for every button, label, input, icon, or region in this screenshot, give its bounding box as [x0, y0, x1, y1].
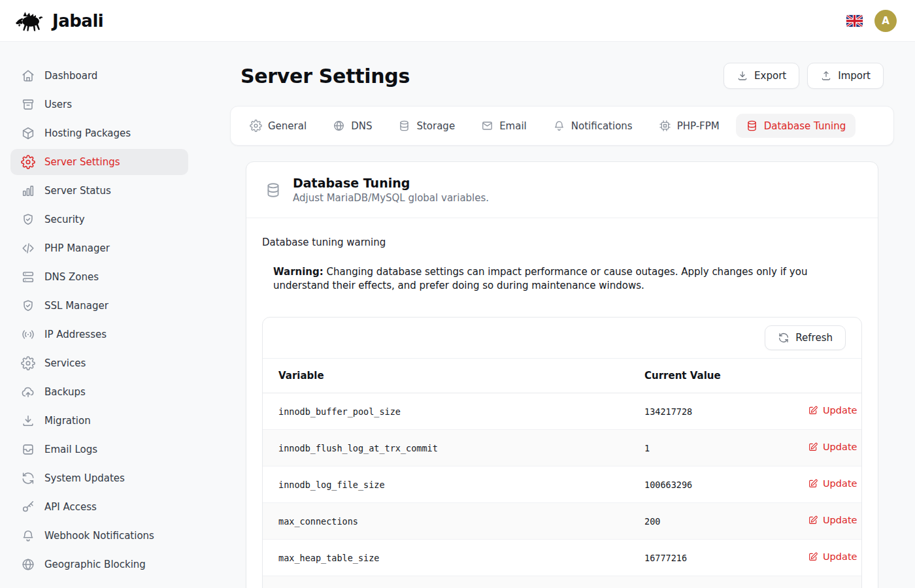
sidebar-item-geographic-blocking[interactable]: Geographic Blocking [10, 551, 188, 578]
sidebar-item-services[interactable]: Services [10, 350, 188, 376]
column-actions [792, 359, 861, 393]
bell-icon [553, 120, 565, 132]
variable-cell: innodb_buffer_pool_size [263, 393, 629, 430]
table-row: innodb_log_file_size 100663296 Update [263, 466, 861, 503]
sidebar: Dashboard Users Hosting Packages Server … [0, 42, 199, 588]
download-icon [737, 70, 748, 82]
sidebar-item-server-settings[interactable]: Server Settings [10, 149, 188, 175]
value-cell: 1 [629, 430, 792, 466]
update-label: Update [823, 551, 857, 562]
warning-label: Database tuning warning [262, 237, 862, 248]
home-icon [21, 69, 35, 83]
panel-body: Database tuning warning Warning: Changin… [246, 218, 878, 588]
envelope-icon [481, 120, 493, 132]
export-button[interactable]: Export [724, 63, 799, 89]
cube-icon [21, 126, 35, 140]
sidebar-item-label: Users [44, 99, 72, 110]
panel-title: Database Tuning [293, 176, 489, 190]
tab-database-tuning[interactable]: Database Tuning [736, 114, 856, 138]
page-actions: Export Import [724, 63, 884, 89]
sidebar-item-migration[interactable]: Migration [10, 408, 188, 434]
action-cell: Update [792, 503, 861, 540]
update-link[interactable]: Update [808, 442, 857, 452]
update-link[interactable]: Update [808, 515, 857, 525]
sidebar-item-webhook-notifications[interactable]: Webhook Notifications [10, 523, 188, 549]
tab-general[interactable]: General [240, 114, 316, 138]
action-cell: Update [792, 540, 861, 576]
boar-logo-icon [16, 9, 46, 33]
value-cell: 16777216 [629, 540, 792, 576]
uk-flag-icon[interactable] [846, 15, 863, 27]
variable-cell: max_heap_table_size [263, 540, 629, 576]
tab-dns[interactable]: DNS [323, 114, 382, 138]
brand-name: Jabali [52, 11, 103, 31]
variable-cell: innodb_log_file_size [263, 466, 629, 503]
tab-notifications[interactable]: Notifications [543, 114, 642, 138]
sidebar-item-ssl-manager[interactable]: SSL Manager [10, 293, 188, 319]
key-icon [21, 500, 35, 514]
refresh-icon [778, 332, 790, 344]
gear-icon [250, 120, 262, 132]
sidebar-item-email-logs[interactable]: Email Logs [10, 436, 188, 463]
tab-label: Storage [416, 120, 455, 132]
update-link[interactable]: Update [808, 405, 857, 416]
sidebar-item-users[interactable]: Users [10, 91, 188, 118]
table-row: tmp_table_size 16777216 Update [263, 576, 861, 588]
update-label: Update [823, 515, 857, 525]
table-row: max_connections 200 Update [263, 503, 861, 540]
sidebar-item-server-status[interactable]: Server Status [10, 178, 188, 204]
update-label: Update [823, 442, 857, 452]
sidebar-item-system-updates[interactable]: System Updates [10, 465, 188, 491]
tab-label: PHP-FPM [677, 120, 720, 132]
edit-icon [808, 442, 818, 452]
export-label: Export [754, 70, 786, 82]
tab-php-fpm[interactable]: PHP-FPM [649, 114, 729, 138]
sidebar-item-php-manager[interactable]: PHP Manager [10, 235, 188, 261]
settings-tabbar: General DNS Storage Email [230, 106, 894, 146]
value-cell: 16777216 [629, 576, 792, 588]
tab-label: DNS [351, 120, 372, 132]
table-row: max_heap_table_size 16777216 Update [263, 540, 861, 576]
archive-icon [21, 97, 35, 112]
edit-icon [808, 405, 818, 416]
value-cell: 100663296 [629, 466, 792, 503]
panel-header: Database Tuning Adjust MariaDB/MySQL glo… [246, 162, 878, 218]
refresh-button[interactable]: Refresh [765, 325, 846, 350]
tab-label: Notifications [571, 120, 633, 132]
table-header-row: Variable Current Value [263, 359, 861, 393]
sidebar-item-label: Security [44, 214, 85, 225]
action-cell: Update [792, 576, 861, 588]
update-link[interactable]: Update [808, 478, 857, 489]
tab-email[interactable]: Email [471, 114, 537, 138]
sidebar-item-label: Server Settings [44, 156, 120, 168]
sidebar-item-label: Backups [44, 386, 86, 398]
sidebar-item-api-access[interactable]: API Access [10, 494, 188, 520]
edit-icon [808, 478, 818, 489]
update-link[interactable]: Update [808, 551, 857, 562]
sidebar-item-ip-addresses[interactable]: IP Addresses [10, 321, 188, 348]
refresh-label: Refresh [795, 332, 833, 344]
tab-storage[interactable]: Storage [388, 114, 465, 138]
import-button[interactable]: Import [807, 63, 884, 89]
sidebar-item-label: Migration [44, 415, 91, 427]
sidebar-item-hosting-packages[interactable]: Hosting Packages [10, 120, 188, 146]
cloud-upload-icon [21, 385, 35, 399]
chart-bars-icon [21, 184, 35, 198]
value-cell: 200 [629, 503, 792, 540]
avatar[interactable]: A [874, 10, 897, 32]
sidebar-item-dns-zones[interactable]: DNS Zones [10, 264, 188, 290]
refresh-icon [21, 471, 35, 485]
sidebar-item-label: PHP Manager [44, 242, 110, 254]
brand[interactable]: Jabali [16, 9, 103, 33]
column-current-value: Current Value [629, 359, 792, 393]
sidebar-item-backups[interactable]: Backups [10, 379, 188, 405]
sidebar-item-label: Dashboard [44, 70, 97, 82]
sidebar-item-label: Geographic Blocking [44, 559, 146, 570]
variable-cell: max_connections [263, 503, 629, 540]
shield-check-icon [21, 212, 35, 227]
table-row: innodb_buffer_pool_size 134217728 Update [263, 393, 861, 430]
top-bar: Jabali A [0, 0, 915, 42]
variable-cell: tmp_table_size [263, 576, 629, 588]
sidebar-item-dashboard[interactable]: Dashboard [10, 63, 188, 89]
sidebar-item-security[interactable]: Security [10, 206, 188, 233]
